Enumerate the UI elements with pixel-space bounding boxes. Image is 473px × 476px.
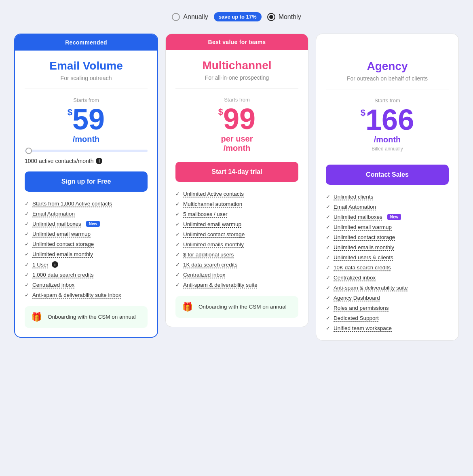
check-icon: ✓ bbox=[326, 204, 330, 210]
signup-free-button[interactable]: Sign up for Free bbox=[25, 171, 148, 192]
feature-text: Roles and permissions bbox=[334, 305, 389, 311]
price-dollar-agency: $ bbox=[361, 108, 365, 117]
check-icon: ✓ bbox=[326, 244, 330, 250]
check-icon: ✓ bbox=[175, 241, 180, 248]
feature-item: ✓ Centralized inbox bbox=[175, 272, 298, 278]
multichannel-card: Best value for teams Multichannel For al… bbox=[165, 34, 308, 327]
feature-item: ✓ 1 User i bbox=[25, 261, 148, 268]
feature-item: ✓ Unlimited emails monthly bbox=[326, 244, 449, 250]
feature-item: ✓ Unlimited clients bbox=[326, 194, 449, 200]
feature-text: 1K data search credits bbox=[183, 262, 237, 268]
radio-inner bbox=[269, 15, 273, 19]
feature-list-agency: ✓ Unlimited clients ✓ Email Automation ✓… bbox=[326, 194, 449, 331]
slider-track bbox=[25, 150, 148, 152]
annually-radio[interactable] bbox=[172, 13, 180, 21]
feature-item: ✓ Roles and permissions bbox=[326, 305, 449, 311]
feature-item: ✓ Unlimited contact storage bbox=[25, 241, 148, 247]
check-icon: ✓ bbox=[175, 262, 180, 268]
price-amount-email-volume: 59 bbox=[72, 105, 105, 134]
check-icon: ✓ bbox=[175, 282, 180, 288]
feature-text: Centralized inbox bbox=[32, 282, 74, 288]
check-icon: ✓ bbox=[326, 194, 330, 200]
monthly-label: Monthly bbox=[279, 13, 301, 21]
feature-list-multichannel: ✓ Unlimited Active contacts ✓ Multichann… bbox=[175, 191, 298, 288]
feature-text: Unlimited emails monthly bbox=[183, 241, 244, 248]
feature-text: Unlimited mailboxes bbox=[334, 214, 382, 220]
trial-button[interactable]: Start 14-day trial bbox=[175, 162, 298, 182]
check-icon: ✓ bbox=[326, 224, 330, 230]
save-badge: save up to 17% bbox=[214, 12, 262, 21]
check-icon: ✓ bbox=[175, 191, 180, 197]
contact-sales-button[interactable]: Contact Sales bbox=[326, 165, 449, 185]
info-icon-contacts[interactable]: i bbox=[96, 158, 102, 164]
feature-item: ✓ Unlimited contact storage bbox=[326, 234, 449, 240]
slider-thumb[interactable] bbox=[25, 148, 32, 154]
feature-item: ✓ 1,000 data search credits bbox=[25, 272, 148, 278]
feature-item: ✓ Multichannel automation bbox=[175, 201, 298, 207]
info-icon-user[interactable]: i bbox=[52, 261, 58, 268]
feature-item: ✓ Unlimited mailboxes New bbox=[326, 214, 449, 220]
feature-item: ✓ Centralized inbox bbox=[25, 282, 148, 288]
price-amount-agency: 166 bbox=[365, 105, 414, 134]
check-icon: ✓ bbox=[25, 201, 29, 207]
agency-card: Agency For outreach on behalf of clients… bbox=[316, 34, 459, 341]
feature-text: Unlimited email warmup bbox=[32, 231, 91, 237]
check-icon: ✓ bbox=[175, 272, 180, 278]
feature-item: ✓ 10K data search credits bbox=[326, 264, 449, 271]
feature-text: Multichannel automation bbox=[183, 201, 242, 207]
feature-item: ✓ Anti-spam & deliverability suite bbox=[326, 285, 449, 291]
feature-text: Starts from 1,000 Active contacts bbox=[32, 201, 112, 207]
recommended-banner: Recommended bbox=[15, 34, 157, 51]
agency-banner-empty bbox=[316, 34, 458, 51]
feature-text: Agency Dashboard bbox=[334, 295, 380, 301]
billed-note-agency: Billed annually bbox=[326, 146, 449, 152]
feature-text: Email Automation bbox=[334, 204, 376, 210]
feature-text: Unlimited contact storage bbox=[334, 234, 395, 240]
feature-item: ✓ Email Automation bbox=[326, 204, 449, 210]
feature-item: ✓ Anti-spam & deliverability suite bbox=[175, 282, 298, 288]
feature-item: ✓ Unlimited emails monthly bbox=[25, 251, 148, 257]
contacts-slider[interactable] bbox=[25, 150, 148, 152]
best-value-banner: Best value for teams bbox=[166, 34, 308, 50]
check-icon: ✓ bbox=[326, 254, 330, 260]
onboarding-box-email-volume: 🎁 Onboarding with the CSM on annual bbox=[25, 306, 148, 328]
feature-text: Unlimited clients bbox=[334, 194, 373, 200]
starts-from-agency: Starts from bbox=[326, 97, 449, 104]
onboarding-box-multichannel: 🎁 Onboarding with the CSM on annual bbox=[175, 296, 298, 318]
feature-item: ✓ Unlimited email warmup bbox=[326, 224, 449, 230]
check-icon: ✓ bbox=[25, 241, 29, 247]
check-icon: ✓ bbox=[175, 221, 180, 227]
annually-option[interactable]: Annually bbox=[172, 13, 208, 21]
feature-item: ✓ Unlimited Active contacts bbox=[175, 191, 298, 197]
price-dollar-email-volume: $ bbox=[68, 108, 72, 117]
starts-from-email-volume: Starts from bbox=[25, 97, 148, 103]
price-period-email-volume: /month bbox=[25, 135, 148, 144]
contacts-value: 1000 active contacts/month bbox=[25, 158, 93, 164]
new-badge-purple: New bbox=[387, 214, 401, 220]
feature-item: ✓ Unlimited users & clients bbox=[326, 254, 449, 260]
feature-text: Unlimited emails monthly bbox=[32, 251, 93, 257]
check-icon: ✓ bbox=[326, 305, 330, 311]
check-icon: ✓ bbox=[326, 264, 330, 271]
monthly-option[interactable]: Monthly bbox=[267, 13, 301, 21]
monthly-radio[interactable] bbox=[267, 13, 275, 21]
feature-item: ✓ 5 mailboxes / user bbox=[175, 211, 298, 217]
feature-item: ✓ Dedicated Support bbox=[326, 315, 449, 321]
check-icon: ✓ bbox=[326, 234, 330, 240]
check-icon: ✓ bbox=[25, 272, 29, 278]
check-icon: ✓ bbox=[25, 211, 29, 217]
feature-item: ✓ Unified team workspace bbox=[326, 325, 449, 331]
price-period-multichannel: per user/month bbox=[175, 134, 298, 153]
feature-text: 5 mailboxes / user bbox=[183, 211, 228, 217]
check-icon: ✓ bbox=[25, 231, 29, 237]
feature-text: Unlimited contact storage bbox=[183, 231, 245, 237]
feature-text: Unlimited users & clients bbox=[334, 254, 393, 260]
check-icon: ✓ bbox=[326, 295, 330, 301]
feature-item: ✓ 1K data search credits bbox=[175, 262, 298, 268]
check-icon: ✓ bbox=[326, 315, 330, 321]
feature-text: Unlimited mailboxes bbox=[32, 221, 81, 227]
feature-text: Unlimited contact storage bbox=[32, 241, 94, 247]
plan-name-agency: Agency bbox=[326, 60, 449, 73]
feature-text: Unlimited Active contacts bbox=[183, 191, 244, 197]
feature-text: 1,000 data search credits bbox=[32, 272, 94, 278]
